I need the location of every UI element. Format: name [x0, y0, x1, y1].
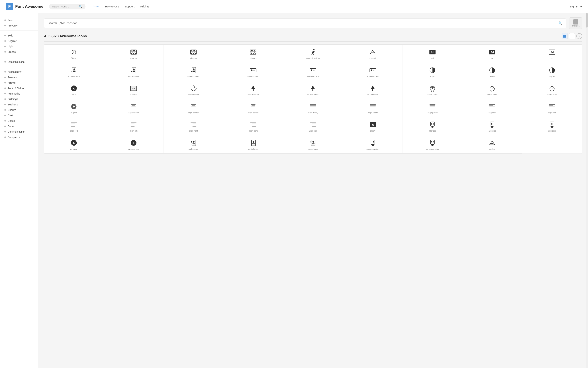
icon-cell[interactable]: align-center: [164, 99, 223, 117]
icon-cell[interactable]: allergies: [403, 117, 462, 135]
header-search-input[interactable]: [52, 5, 77, 8]
icon-cell[interactable]: accusoft: [343, 45, 403, 63]
icon-cell[interactable]: 支alipay: [343, 117, 403, 135]
icon-cell[interactable]: abacus: [223, 45, 283, 63]
icon-cell[interactable]: allergies: [462, 117, 522, 135]
icon-cell[interactable]: ambulance: [283, 135, 343, 154]
sidebar-item-computers[interactable]: Computers: [0, 134, 38, 140]
icon-cell[interactable]: align-justify: [403, 99, 462, 117]
svg-line-107: [433, 91, 433, 92]
icon-cell[interactable]: abacus: [164, 45, 223, 63]
sidebar-item-communication[interactable]: Communication: [0, 129, 38, 134]
icon-image: [429, 67, 436, 74]
list-view-button[interactable]: [569, 33, 575, 39]
sidebar-item-arrows[interactable]: Arrows: [0, 80, 38, 85]
nav-pricing[interactable]: Pricing: [140, 5, 149, 8]
svg-point-41: [255, 53, 256, 54]
scrollbar-thumb[interactable]: [586, 13, 588, 28]
header-search-bar[interactable]: 🔍: [49, 4, 85, 9]
sidebar-item-charity[interactable]: Charity: [0, 107, 38, 113]
sidebar-item-free[interactable]: Free: [0, 18, 38, 23]
icon-image: [369, 48, 377, 56]
icon-cell[interactable]: aamazon: [44, 135, 104, 154]
svg-point-186: [491, 123, 492, 124]
icon-cell[interactable]: algolia: [44, 99, 104, 117]
sidebar-item-latest-release[interactable]: Latest Release: [0, 59, 38, 64]
sidebar-item-animals[interactable]: Animals: [0, 74, 38, 80]
icon-cell[interactable]: address-card: [223, 63, 283, 81]
sign-in-button[interactable]: Sign In ⇥: [570, 5, 582, 8]
nav-support[interactable]: Support: [125, 5, 135, 8]
icon-cell[interactable]: anchor: [462, 135, 522, 154]
main-search-container[interactable]: 🔍: [44, 18, 566, 28]
icon-cell[interactable]: align-left: [462, 99, 522, 117]
icon-cell[interactable]: american-sign: [343, 135, 403, 154]
sidebar-item-accessibility[interactable]: Accessibility: [0, 69, 38, 74]
scrollbar[interactable]: [586, 0, 588, 368]
nav-icons[interactable]: Icons: [93, 5, 99, 8]
sidebar-item-audio-video[interactable]: Audio & Video: [0, 85, 38, 91]
sidebar-item-brands[interactable]: Brands: [0, 49, 38, 55]
icon-cell[interactable]: Adad: [522, 45, 582, 63]
sidebar-item-regular[interactable]: Regular: [0, 38, 38, 44]
sidebar-item-chess[interactable]: Chess: [0, 118, 38, 124]
icon-cell[interactable]: address-card: [283, 63, 343, 81]
icon-cell[interactable]: 5500px: [44, 45, 104, 63]
sidebar-item-light[interactable]: Light: [0, 44, 38, 49]
icon-cell[interactable]: align-right: [223, 117, 283, 135]
icon-cell[interactable]: adjust: [403, 63, 462, 81]
icon-cell[interactable]: alarm-clock: [522, 81, 582, 99]
icon-cell[interactable]: adjust: [522, 63, 582, 81]
icon-cell[interactable]: ambulance: [223, 135, 283, 154]
icon-cell[interactable]: address-book: [164, 63, 223, 81]
sidebar-item-solid[interactable]: Solid: [0, 33, 38, 38]
icon-cell[interactable]: american-sign: [403, 135, 462, 154]
icon-cell[interactable]: aamazon-pay: [104, 135, 164, 154]
icon-cell[interactable]: adjust: [462, 63, 522, 81]
icon-image: [548, 67, 556, 74]
logo-text: Font Awesome: [15, 4, 43, 9]
icon-cell[interactable]: air-freshener: [223, 81, 283, 99]
icon-cell[interactable]: affiliatetheme: [164, 81, 223, 99]
sidebar-item-automotive[interactable]: Automotive: [0, 91, 38, 96]
icon-cell[interactable]: address-book: [104, 63, 164, 81]
icon-cell[interactable]: align-justify: [283, 99, 343, 117]
icon-cell[interactable]: accessible-icon: [283, 45, 343, 63]
icon-image: [488, 67, 496, 74]
icon-cell[interactable]: align-right: [164, 117, 223, 135]
sidebar-item-code[interactable]: Code: [0, 124, 38, 129]
icon-cell[interactable]: alarm-clock: [462, 81, 522, 99]
icon-cell[interactable]: align-left: [522, 99, 582, 117]
icon-cell[interactable]: align-left: [104, 117, 164, 135]
icon-cell[interactable]: align-justify: [343, 99, 403, 117]
grid-view-button[interactable]: [562, 33, 568, 39]
main-search-input[interactable]: [48, 22, 556, 25]
sidebar-item-buildings[interactable]: Buildings: [0, 96, 38, 102]
icon-cell[interactable]: align-left: [44, 117, 104, 135]
svg-rect-127: [131, 107, 136, 107]
icon-cell[interactable]: adadversal: [104, 81, 164, 99]
sidebar-item-business[interactable]: Business: [0, 102, 38, 107]
icon-cell[interactable]: Adad: [403, 45, 462, 63]
nav-how-to-use[interactable]: How to Use: [105, 5, 119, 8]
svg-rect-72: [191, 71, 192, 72]
sidebar-dot-business: [4, 104, 6, 105]
icon-cell[interactable]: air-freshener: [343, 81, 403, 99]
icon-cell[interactable]: allergies: [522, 117, 582, 135]
svg-rect-176: [312, 126, 316, 127]
sidebar-item-pro-only[interactable]: Pro Only: [0, 23, 38, 28]
icon-cell[interactable]: address-book: [44, 63, 104, 81]
icon-cell[interactable]: Aadn: [44, 81, 104, 99]
icon-cell[interactable]: alarm-clock: [403, 81, 462, 99]
icon-cell[interactable]: ambulance: [164, 135, 223, 154]
svg-text:a: a: [133, 141, 135, 144]
icon-cell[interactable]: Adad: [462, 45, 522, 63]
icon-cell[interactable]: abacus: [104, 45, 164, 63]
icon-cell[interactable]: address-card: [343, 63, 403, 81]
icon-cell[interactable]: air-freshener: [283, 81, 343, 99]
info-button[interactable]: i: [576, 33, 582, 39]
sidebar-item-chat[interactable]: Chat: [0, 113, 38, 118]
icon-cell[interactable]: align-center: [104, 99, 164, 117]
icon-cell[interactable]: align-right: [283, 117, 343, 135]
icon-cell[interactable]: align-center: [223, 99, 283, 117]
